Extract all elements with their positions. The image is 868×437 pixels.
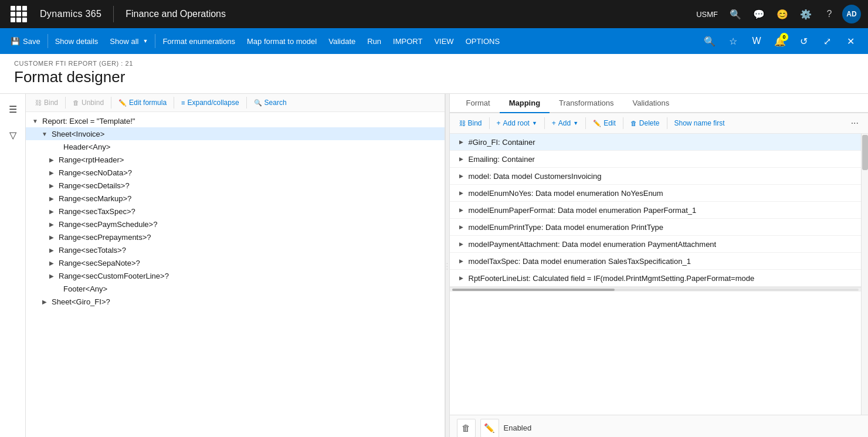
cmd-word-icon-btn[interactable]: W <box>746 31 767 52</box>
cmd-refresh-icon-btn[interactable]: ↺ <box>793 31 814 52</box>
tree-item-sheet-invoice[interactable]: ▼ Sheet<Invoice> <box>26 127 445 140</box>
expand-icon-range-rptheader: ▶ <box>47 155 56 164</box>
unbind-button[interactable]: 🗑 Unbind <box>68 96 108 109</box>
tree-item-range-sectaxspec[interactable]: ▶ Range<secTaxSpec>? <box>26 205 445 218</box>
search-icon-btn[interactable]: 🔍 <box>725 4 746 25</box>
mapping-item-modelenumnoyes[interactable]: ▶ modelEnumNoYes: Data model enumeration… <box>450 185 862 202</box>
cmd-open-icon-btn[interactable]: ⤢ <box>816 31 838 52</box>
validate-button[interactable]: Validate <box>323 28 361 54</box>
more-options-button[interactable]: ··· <box>846 116 863 131</box>
expand-icon-range-secprepayments: ▶ <box>47 232 56 242</box>
right-toolbar: ⛓ Bind + Add root ▼ + Add ▼ ✏️ Edit <box>450 113 869 134</box>
vertical-scrollbar[interactable] <box>861 134 868 415</box>
map-format-to-model-button[interactable]: Map format to model <box>241 28 323 54</box>
show-details-button[interactable]: Show details <box>49 28 104 54</box>
tree-item-range-secmarkup[interactable]: ▶ Range<secMarkup>? <box>26 192 445 205</box>
hamburger-menu-icon[interactable]: ☰ <box>2 99 23 120</box>
expand-icon-range-secnodata: ▶ <box>47 168 56 177</box>
tree-item-footer-any[interactable]: Footer<Any> <box>26 282 445 295</box>
smiley-icon-btn[interactable]: 😊 <box>772 4 793 25</box>
expand-collapse-button[interactable]: ≡ Expand/collapse <box>177 96 243 109</box>
expand-modelenumpaperformat: ▶ <box>457 205 466 215</box>
apps-grid-button[interactable] <box>7 2 30 26</box>
cmd-search-icon-btn[interactable]: 🔍 <box>699 31 720 52</box>
mapping-item-modelpaymentattachment[interactable]: ▶ modelPaymentAttachment: Data model enu… <box>450 236 862 253</box>
expand-collapse-icon: ≡ <box>181 99 185 106</box>
search-button[interactable]: 🔍 Search <box>249 96 291 109</box>
help-icon-btn[interactable]: ? <box>819 4 840 25</box>
edit-bottom-button[interactable]: ✏️ <box>480 419 499 438</box>
mapping-item-modeltaxspec[interactable]: ▶ modelTaxSpec: Data model enumeration S… <box>450 253 862 270</box>
settings-icon-btn[interactable]: ⚙️ <box>795 4 816 25</box>
tab-mapping[interactable]: Mapping <box>500 94 550 113</box>
search-icon: 🔍 <box>254 99 262 107</box>
top-nav: Dynamics 365 Finance and Operations USMF… <box>0 0 868 28</box>
format-enumerations-button[interactable]: Format enumerations <box>157 28 241 54</box>
horizontal-scrollbar[interactable] <box>450 287 862 292</box>
mapping-item-rptfooterlinelist[interactable]: ▶ RptFooterLineList: Calculated field = … <box>450 270 862 287</box>
vscroll-thumb <box>862 135 868 170</box>
mapping-item-emailing[interactable]: ▶ Emailing: Container <box>450 151 862 168</box>
lt-sep-3 <box>174 97 174 109</box>
cmd-bookmark-icon-btn[interactable]: ☆ <box>723 31 744 52</box>
tree-item-range-secprepayments[interactable]: ▶ Range<secPrepayments>? <box>26 231 445 243</box>
rt-bind-icon: ⛓ <box>459 120 466 127</box>
tree-label-header-any: Header<Any> <box>61 143 110 151</box>
tree-item-range-secsepanote[interactable]: ▶ Range<secSepaNote>? <box>26 256 445 269</box>
edit-bottom-icon: ✏️ <box>484 423 495 433</box>
cmd-close-icon-btn[interactable]: ✕ <box>840 31 861 52</box>
add-button[interactable]: + Add ▼ <box>547 117 583 130</box>
unbind-label: Unbind <box>82 99 104 107</box>
expand-icon-range-secdetails: ▶ <box>47 181 56 190</box>
view-button[interactable]: VIEW <box>428 28 459 54</box>
import-button[interactable]: IMPORT <box>387 28 428 54</box>
tab-validations-label: Validations <box>633 99 670 107</box>
edit-formula-button[interactable]: ✏️ Edit formula <box>114 96 171 109</box>
rt-sep-5 <box>667 117 667 129</box>
page-subtitle: CUSTOMER FTI REPORT (GER) : 21 <box>14 60 854 67</box>
tree-item-range-secdetails[interactable]: ▶ Range<secDetails>? <box>26 179 445 192</box>
tree-item-range-secpaymschedule[interactable]: ▶ Range<secPaymSchedule>? <box>26 218 445 231</box>
add-caret: ▼ <box>573 120 578 126</box>
rt-bind-button[interactable]: ⛓ Bind <box>455 117 487 130</box>
tree-item-header-any[interactable]: Header<Any> <box>26 140 445 153</box>
mapping-item-modelenumprinttype[interactable]: ▶ modelEnumPrintType: Data model enumera… <box>450 219 862 236</box>
tree-item-range-seccustomfooterline[interactable]: ▶ Range<secCustomFooterLine>? <box>26 269 445 282</box>
scroll-thumb <box>452 289 615 291</box>
tree-label-range-seccustomfooterline: Range<secCustomFooterLine>? <box>56 272 169 280</box>
show-name-first-button[interactable]: Show name first <box>670 117 730 130</box>
tree-item-sheet-giro[interactable]: ▶ Sheet<Giro_FI>? <box>26 295 445 308</box>
mapping-item-modelenumpaperformat[interactable]: ▶ modelEnumPaperFormat: Data model enume… <box>450 202 862 219</box>
user-avatar[interactable]: AD <box>842 5 861 23</box>
expand-icon-range-sectaxspec: ▶ <box>47 206 56 216</box>
chat-icon-btn[interactable]: 💬 <box>748 4 769 25</box>
mapping-item-model[interactable]: ▶ model: Data model CustomersInvoicing <box>450 168 862 185</box>
tree-item-report[interactable]: ▼ Report: Excel = "Template!" <box>26 114 445 127</box>
run-button[interactable]: Run <box>361 28 387 54</box>
delete-button[interactable]: 🗑 Delete <box>626 117 664 130</box>
cmd-notification-icon-btn[interactable]: 🔔 0 <box>769 31 791 52</box>
bind-button[interactable]: ⛓ Bind <box>30 96 63 109</box>
expand-icon-range-sectotals: ▶ <box>47 245 56 255</box>
show-all-button[interactable]: Show all ▼ <box>104 28 154 54</box>
mapping-label-modeltaxspec: modelTaxSpec: Data model enumeration Sal… <box>469 257 855 266</box>
tab-transformations[interactable]: Transformations <box>550 94 623 113</box>
edit-button[interactable]: ✏️ Edit <box>588 117 621 130</box>
panel-divider[interactable]: ··· <box>445 94 450 437</box>
dynamics-title: Dynamics 365 <box>30 9 111 19</box>
add-root-label: Add root <box>503 119 530 127</box>
tabs-bar: Format Mapping Transformations Validatio… <box>450 94 869 113</box>
tab-mapping-label: Mapping <box>509 99 540 107</box>
delete-bottom-button[interactable]: 🗑 <box>457 419 476 438</box>
tree-item-range-sectotals[interactable]: ▶ Range<secTotals>? <box>26 243 445 256</box>
save-button[interactable]: 💾 Save <box>5 28 46 54</box>
options-button[interactable]: OPTIONS <box>460 28 506 54</box>
expand-modelenumnoyes: ▶ <box>457 188 466 198</box>
tree-item-range-rptheader[interactable]: ▶ Range<rptHeader> <box>26 153 445 166</box>
tab-validations[interactable]: Validations <box>623 94 679 113</box>
mapping-item-giro-fi[interactable]: ▶ #Giro_FI: Container <box>450 134 862 151</box>
add-root-button[interactable]: + Add root ▼ <box>492 117 542 130</box>
filter-icon[interactable]: ▽ <box>2 124 23 145</box>
tree-item-range-secnodata[interactable]: ▶ Range<secNoData>? <box>26 166 445 179</box>
tab-format[interactable]: Format <box>457 94 500 113</box>
